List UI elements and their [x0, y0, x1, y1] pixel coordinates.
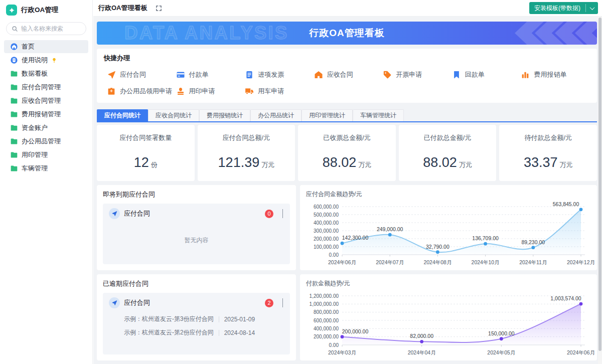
- sidebar-item-home[interactable]: 首页: [4, 40, 88, 53]
- quick-collection-order[interactable]: 回款单: [452, 70, 521, 79]
- fullscreen-icon[interactable]: [156, 5, 162, 12]
- contract-name: 示例：杭州道友云-第2份应付合同: [124, 328, 214, 337]
- search-input[interactable]: [21, 25, 76, 32]
- folder-icon: [10, 70, 18, 78]
- scrollbar-thumb[interactable]: [598, 18, 601, 351]
- divider: [219, 316, 219, 322]
- svg-text:100,000.00: 100,000.00: [314, 244, 339, 250]
- payable-trend-chart-card: 应付合同金额趋势/元 0.00100,000.00200,000.00300,0…: [300, 185, 597, 270]
- stat-label: 应付合同总额/元: [198, 133, 295, 142]
- dashboard-banner: DATA ANALYSIS 行政OA管理看板: [97, 22, 597, 45]
- quick-expense-form[interactable]: 费用报销单: [521, 70, 590, 79]
- install-dropdown-caret[interactable]: [586, 2, 598, 14]
- upcoming-contracts-group: 应付合同 0 暂无内容: [103, 204, 290, 264]
- sidebar-item-label: 应收合同管理: [22, 96, 61, 105]
- sidebar-item-label: 使用说明: [22, 56, 48, 65]
- sidebar-item-label: 首页: [22, 42, 35, 51]
- sidebar-item-label: 费用报销管理: [22, 110, 61, 119]
- quick-office-supply-apply[interactable]: 办公用品领用申请: [107, 87, 176, 96]
- send-circle-icon: [109, 297, 120, 308]
- svg-text:400,000.00: 400,000.00: [314, 326, 339, 331]
- tab-expense-stats[interactable]: 费用报销统计: [199, 109, 250, 121]
- tab-payable-stats[interactable]: 应付合同统计: [97, 109, 148, 121]
- group-label: 应付合同: [124, 298, 150, 307]
- sidebar-item-funds[interactable]: 资金账户: [4, 121, 88, 134]
- vertical-scrollbar[interactable]: [598, 17, 602, 364]
- sidebar-item-label: 车辆管理: [22, 164, 48, 173]
- sidebar-item-expense[interactable]: 费用报销管理: [4, 108, 88, 121]
- app-logo-icon: [6, 5, 17, 16]
- sidebar-item-guide[interactable]: 使用说明: [4, 54, 88, 67]
- quick-invoice-apply[interactable]: 开票申请: [383, 70, 452, 79]
- card-icon: [176, 70, 185, 79]
- quick-item-label: 用车申请: [258, 87, 284, 96]
- sidebar-menu: 首页 使用说明 数据看板 应付合同管理 应收合同管理 费用报销管理: [0, 40, 92, 175]
- sidebar-item-label: 资金账户: [22, 123, 48, 132]
- payment-trend-chart-card: 付款金额趋势/元 0.00200,000.00400,000.00600,000…: [300, 274, 597, 360]
- upcoming-contracts-panel: 即将到期应付合同 应付合同 0 暂无内容: [97, 185, 296, 270]
- quick-payable-contract[interactable]: 应付合同: [107, 70, 176, 79]
- sidebar-item-vehicle[interactable]: 车辆管理: [4, 162, 88, 175]
- overdue-contracts-panel: 已逾期应付合同 应付合同 2 示例：杭州道友云-第3份应付合同 2025-01-…: [97, 274, 296, 360]
- empty-state-text: 暂无内容: [103, 236, 290, 245]
- collapse-chevron-icon[interactable]: [282, 209, 283, 218]
- quick-payment-order[interactable]: 付款单: [176, 70, 245, 79]
- stat-unit: 万元: [459, 161, 472, 168]
- tab-receivable-stats[interactable]: 应收合同统计: [148, 109, 199, 121]
- payable-trend-chart: 0.00100,000.00200,000.00300,000.00400,00…: [306, 201, 591, 266]
- stat-paid-total: 已付款总金额/元 88.02万元: [399, 125, 497, 181]
- stat-value: 88.02: [423, 155, 457, 170]
- install-template-button[interactable]: 安装模板(带数据): [529, 2, 598, 14]
- quick-actions-card: 快捷办理 应付合同 付款单 进项发票 应收合同: [97, 49, 597, 103]
- svg-text:200,000.00: 200,000.00: [314, 334, 339, 339]
- contract-name: 示例：杭州道友云-第3份应付合同: [124, 315, 214, 323]
- topbar: 行政OA管理看板 安装模板(带数据): [93, 0, 602, 17]
- svg-text:2024年10月: 2024年10月: [472, 259, 500, 265]
- svg-text:600,000.00: 600,000.00: [314, 204, 339, 210]
- sidebar-item-seal[interactable]: 用印管理: [4, 148, 88, 161]
- quick-item-label: 应收合同: [327, 70, 353, 79]
- svg-text:0.00: 0.00: [329, 342, 339, 348]
- tab-seal-stats[interactable]: 用印管理统计: [302, 109, 353, 121]
- svg-text:2024年12月: 2024年12月: [567, 259, 595, 265]
- svg-text:500,000.00: 500,000.00: [314, 212, 339, 218]
- sidebar-item-label: 用印管理: [22, 150, 48, 159]
- svg-text:0.00: 0.00: [329, 252, 339, 258]
- svg-text:150,000.00: 150,000.00: [488, 330, 515, 336]
- stat-unit: 万元: [261, 161, 274, 168]
- collapse-chevron-icon[interactable]: [282, 298, 283, 307]
- quick-item-label: 付款单: [189, 70, 209, 79]
- quick-vehicle-apply[interactable]: 用车申请: [245, 87, 314, 96]
- svg-text:82,000.00: 82,000.00: [410, 333, 433, 339]
- install-template-label: 安装模板(带数据): [529, 2, 585, 14]
- tab-vehicle-stats[interactable]: 车辆管理统计: [353, 109, 404, 121]
- quick-actions-title: 快捷办理: [104, 54, 590, 63]
- list-item[interactable]: 示例：杭州道友云-第2份应付合同 2024-08-14: [124, 326, 284, 339]
- sidebar-item-office-supplies[interactable]: 办公用品管理: [4, 135, 88, 148]
- stat-unit: 万元: [358, 161, 371, 168]
- svg-text:1,200,000.00: 1,200,000.00: [310, 293, 339, 299]
- overdue-contracts-group: 应付合同 2 示例：杭州道友云-第3份应付合同 2025-01-09 示例：杭州…: [103, 293, 290, 354]
- tab-office-supply-stats[interactable]: 办公用品统计: [250, 109, 302, 121]
- stat-label: 应付合同签署数量: [97, 133, 195, 142]
- stat-value: 88.02: [323, 155, 357, 170]
- quick-receivable-contract[interactable]: 应收合同: [314, 70, 383, 79]
- svg-text:32,790.00: 32,790.00: [426, 244, 449, 250]
- quick-item-label: 费用报销单: [534, 70, 566, 79]
- sidebar-item-label: 办公用品管理: [22, 137, 61, 146]
- sidebar-item-data-board[interactable]: 数据看板: [4, 67, 88, 80]
- sidebar-item-payable-contract[interactable]: 应付合同管理: [4, 81, 88, 94]
- search-icon: [12, 26, 18, 32]
- stat-contract-total: 应付合同总额/元 121.39万元: [198, 125, 295, 181]
- sidebar-item-receivable-contract[interactable]: 应收合同管理: [4, 94, 88, 107]
- stat-unpaid-total: 待付款总金额/元 33.37万元: [499, 125, 597, 181]
- home-icon: [10, 43, 18, 51]
- list-item[interactable]: 示例：杭州道友云-第3份应付合同 2025-01-09: [124, 312, 284, 326]
- quick-item-label: 用印申请: [189, 87, 215, 96]
- quick-input-invoice[interactable]: 进项发票: [245, 70, 314, 79]
- briefcase-icon: [107, 87, 116, 96]
- quick-seal-apply[interactable]: 用印申请: [176, 87, 245, 96]
- bulb-icon: [51, 57, 57, 64]
- contract-date: 2024-08-14: [224, 329, 255, 336]
- search-box[interactable]: [6, 22, 86, 35]
